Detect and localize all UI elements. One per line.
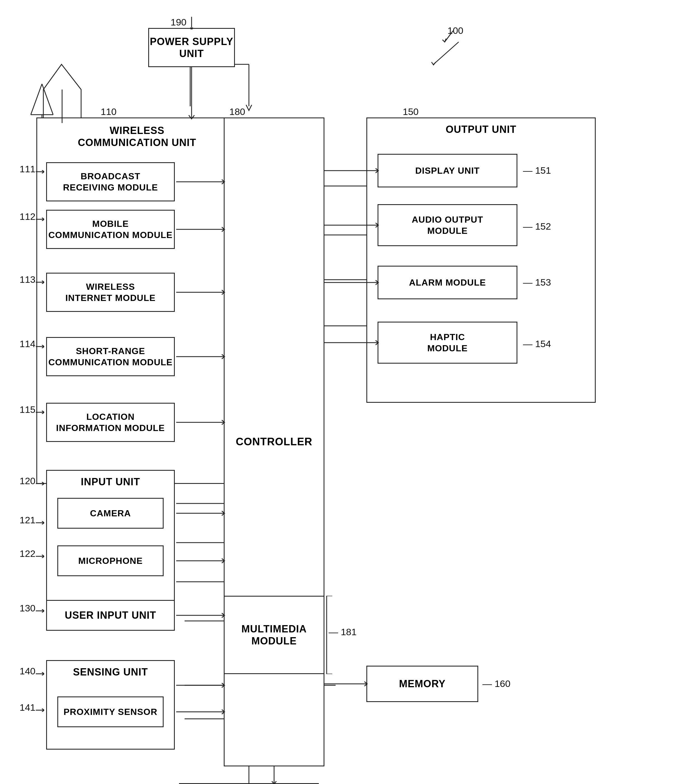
ref-150: 150: [403, 106, 419, 117]
proximity-sensor-box: PROXIMITY SENSOR: [57, 697, 164, 727]
ref-130: 130: [20, 603, 35, 614]
controller-label: CONTROLLER: [236, 436, 312, 448]
mobile-comm-label: MOBILECOMMUNICATION MODULE: [48, 218, 173, 241]
microphone-label: MICROPHONE: [78, 555, 143, 566]
ref-154: — 154: [523, 339, 551, 349]
multimedia-label: MULTIMEDIAMODULE: [241, 623, 307, 647]
ref-140: 140: [20, 666, 35, 676]
location-label: LOCATIONINFORMATION MODULE: [56, 411, 165, 434]
mobile-comm-module-box: MOBILECOMMUNICATION MODULE: [46, 210, 175, 249]
svg-line-25: [31, 84, 42, 115]
ref-122: 122: [20, 548, 35, 559]
wireless-internet-module-box: WIRELESSINTERNET MODULE: [46, 273, 175, 312]
ref-112: 112: [20, 211, 35, 222]
camera-box: CAMERA: [57, 498, 164, 529]
ref-115: 115: [20, 404, 35, 415]
memory-box: MEMORY: [366, 666, 478, 702]
haptic-module-box: HAPTICMODULE: [378, 322, 517, 364]
wireless-comm-label: WIRELESSCOMMUNICATION UNIT: [78, 125, 196, 149]
wireless-internet-label: WIRELESSINTERNET MODULE: [65, 281, 156, 304]
audio-output-box: AUDIO OUTPUTMODULE: [378, 204, 517, 246]
ref-120: 120: [20, 475, 35, 486]
ref-113: 113: [20, 274, 35, 285]
short-range-module-box: SHORT-RANGECOMMUNICATION MODULE: [46, 337, 175, 376]
microphone-box: MICROPHONE: [57, 545, 164, 576]
display-unit-box: DISPLAY UNIT: [378, 154, 517, 187]
display-unit-label: DISPLAY UNIT: [415, 165, 480, 176]
location-module-box: LOCATIONINFORMATION MODULE: [46, 403, 175, 442]
ref-190: 190: [171, 17, 187, 28]
svg-line-26: [42, 84, 53, 115]
input-unit-label: INPUT UNIT: [81, 476, 140, 488]
ref-151: — 151: [523, 165, 551, 176]
svg-line-24: [445, 31, 453, 42]
output-unit-label: OUTPUT UNIT: [446, 124, 516, 135]
ref-153: — 153: [523, 277, 551, 288]
short-range-label: SHORT-RANGECOMMUNICATION MODULE: [48, 345, 173, 368]
multimedia-box: MULTIMEDIAMODULE: [224, 596, 325, 674]
ref-160: — 160: [482, 678, 510, 689]
audio-output-label: AUDIO OUTPUTMODULE: [412, 214, 483, 236]
ref-114: 114: [20, 339, 35, 349]
power-supply-box: POWER SUPPLY UNIT: [148, 28, 235, 67]
ref-121: 121: [20, 515, 35, 526]
ref-180: 180: [229, 106, 245, 117]
proximity-sensor-label: PROXIMITY SENSOR: [63, 706, 157, 717]
ref-110: 110: [101, 106, 117, 117]
ref-111: 111: [20, 164, 35, 174]
alarm-module-label: ALARM MODULE: [409, 277, 486, 288]
broadcast-module-box: BROADCASTRECEIVING MODULE: [46, 162, 175, 201]
sensing-unit-label: SENSING UNIT: [73, 666, 148, 678]
ref-141: 141: [20, 702, 35, 713]
power-supply-label: POWER SUPPLY UNIT: [149, 35, 234, 60]
camera-label: CAMERA: [90, 508, 131, 519]
alarm-module-box: ALARM MODULE: [378, 266, 517, 299]
broadcast-module-label: BROADCASTRECEIVING MODULE: [63, 171, 158, 193]
haptic-module-label: HAPTICMODULE: [428, 331, 468, 354]
ref-152: — 152: [523, 221, 551, 232]
memory-label: MEMORY: [399, 678, 446, 690]
user-input-box: USER INPUT UNIT: [46, 600, 175, 631]
user-input-label: USER INPUT UNIT: [65, 609, 156, 621]
